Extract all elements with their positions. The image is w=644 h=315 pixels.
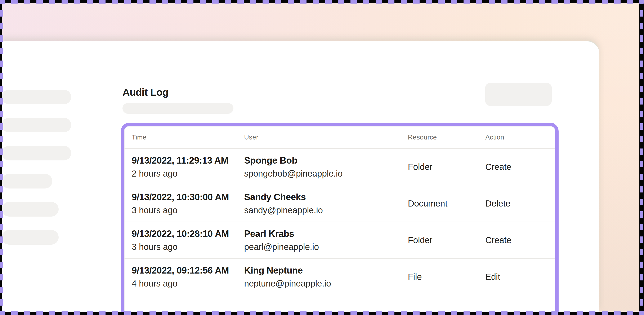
user-name: Pearl Krabs (244, 229, 408, 238)
user-cell: Pearl Krabs pearl@pineapple.io (244, 229, 408, 252)
timestamp: 9/13/2022, 11:29:13 AM (132, 156, 244, 165)
time-cell: 9/13/2022, 10:30:00 AM 3 hours ago (132, 192, 244, 215)
resource-cell: Document (408, 198, 485, 208)
column-header-time: Time (132, 134, 244, 141)
column-header-action: Action (485, 134, 548, 141)
user-cell: Sandy Cheeks sandy@pineapple.io (244, 192, 408, 215)
screenshot-frame: Audit Log Time User Resource Action 9/13… (0, 0, 644, 315)
user-email: pearl@pineapple.io (244, 242, 408, 252)
user-email: spongebob@pineapple.io (244, 169, 408, 178)
user-cell: King Neptune neptune@pineapple.io (244, 266, 408, 288)
column-header-user: User (244, 134, 408, 141)
sidebar-skeleton-item (2, 90, 71, 104)
sidebar-skeleton-item (2, 174, 52, 188)
resource-cell: Folder (408, 162, 485, 172)
timestamp: 9/13/2022, 09:12:56 AM (132, 266, 244, 275)
action-cell: Create (485, 235, 548, 245)
user-name: Sandy Cheeks (244, 192, 408, 202)
page-title: Audit Log (122, 86, 168, 98)
user-email: sandy@pineapple.io (244, 206, 408, 215)
relative-time: 2 hours ago (132, 169, 244, 178)
dashed-border-right (640, 0, 643, 315)
time-cell: 9/13/2022, 11:29:13 AM 2 hours ago (132, 156, 244, 178)
audit-log-table: Time User Resource Action 9/13/2022, 11:… (121, 123, 558, 312)
user-cell: Sponge Bob spongebob@pineapple.io (244, 156, 408, 178)
relative-time: 3 hours ago (132, 206, 244, 215)
action-cell: Edit (485, 272, 548, 282)
table-row: 9/13/2022, 11:29:13 AM 2 hours ago Spong… (124, 148, 555, 185)
table-header-row: Time User Resource Action (124, 126, 555, 148)
sidebar-skeleton-item (2, 202, 58, 216)
sidebar-skeleton-item (2, 118, 71, 132)
table-row: 9/13/2022, 10:28:10 AM 3 hours ago Pearl… (124, 222, 555, 258)
subtitle-skeleton (122, 103, 234, 114)
column-header-resource: Resource (408, 134, 485, 141)
action-cell: Create (485, 162, 548, 172)
table-row: 9/13/2022, 09:12:56 AM 4 hours ago King … (124, 258, 555, 295)
relative-time: 4 hours ago (132, 279, 244, 288)
relative-time: 3 hours ago (132, 242, 244, 252)
sidebar-skeleton-item (2, 230, 58, 245)
action-button-skeleton[interactable] (485, 83, 552, 106)
resource-cell: Folder (408, 235, 485, 245)
timestamp: 9/13/2022, 10:30:00 AM (132, 192, 244, 202)
sidebar-skeleton-item (2, 146, 71, 160)
timestamp: 9/13/2022, 10:28:10 AM (132, 229, 244, 238)
user-email: neptune@pineapple.io (244, 279, 408, 288)
app-background-gradient: Audit Log Time User Resource Action 9/13… (2, 3, 640, 312)
user-name: King Neptune (244, 266, 408, 275)
resource-cell: File (408, 272, 485, 282)
table-row: 9/13/2022, 10:30:00 AM 3 hours ago Sandy… (124, 185, 555, 222)
action-cell: Delete (485, 198, 548, 208)
time-cell: 9/13/2022, 09:12:56 AM 4 hours ago (132, 266, 244, 288)
table-row-empty (124, 295, 555, 312)
user-name: Sponge Bob (244, 156, 408, 165)
time-cell: 9/13/2022, 10:28:10 AM 3 hours ago (132, 229, 244, 252)
